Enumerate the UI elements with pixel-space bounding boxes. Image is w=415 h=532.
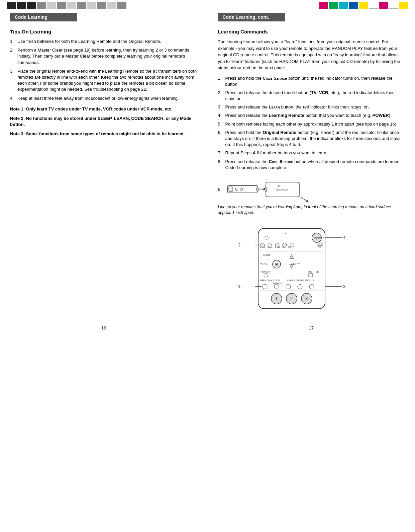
list-num: 1.	[218, 75, 225, 87]
list-item: 3. Press and release the Learn button, t…	[218, 104, 405, 110]
svg-point-47	[263, 284, 267, 289]
svg-marker-31	[290, 254, 294, 258]
commands-list: 1. Press and hold the Code Search button…	[218, 75, 405, 171]
right-section-header: Code Learning, cont.	[218, 13, 285, 21]
color-swatch	[379, 2, 388, 9]
note-3: Note 3: Some functions from some types o…	[10, 131, 198, 137]
svg-point-26	[283, 243, 287, 247]
svg-text:LEARNING: LEARNING	[276, 188, 288, 191]
svg-text:REPEAT: REPEAT	[261, 271, 270, 273]
color-swatch	[359, 2, 368, 9]
svg-text:4.: 4.	[343, 235, 347, 240]
svg-text:TV: TV	[283, 232, 287, 235]
list-num: 2.	[10, 47, 17, 66]
svg-text:SEARCH: SEARCH	[273, 282, 282, 285]
list-text: Press and hold the Code Search button un…	[225, 75, 405, 87]
left-page: Code Learning Tips On Learning 1. Use fr…	[0, 9, 208, 322]
list-num: 7.	[218, 150, 225, 156]
color-swatch	[37, 2, 46, 9]
list-text: Press and release the Learning Remote bu…	[225, 112, 405, 119]
list-item: 8. Press and release the Code Search but…	[218, 159, 405, 171]
svg-point-2	[235, 188, 238, 191]
right-page: Code Learning, cont. Learning Commands T…	[208, 9, 415, 322]
color-swatch	[319, 2, 328, 9]
svg-text:CHAN +: CHAN +	[263, 254, 272, 256]
svg-text:POWER: POWER	[314, 237, 324, 240]
svg-point-3	[240, 188, 243, 191]
svg-point-4	[256, 187, 258, 191]
color-swatch	[329, 2, 338, 9]
svg-point-23	[261, 243, 265, 247]
right-section-title: Learning Commands	[218, 29, 405, 34]
color-swatch	[117, 2, 126, 9]
list-item: 4. Press and release the Learning Remote…	[218, 112, 405, 119]
svg-point-51	[309, 284, 314, 289]
svg-text:SLEEP: SLEEP	[297, 279, 304, 282]
color-swatch	[17, 2, 26, 9]
svg-text:3.: 3.	[343, 284, 347, 289]
list-item: 2. Perform a Master Clear (see page 19) …	[10, 47, 198, 66]
color-swatch	[27, 2, 36, 9]
top-remote-diagram: LEARNING	[224, 176, 311, 203]
svg-text:3: 3	[305, 296, 308, 301]
list-text: Press and release the desired mode butto…	[225, 90, 405, 102]
list-item: 4. Keep at least three feet away from in…	[10, 95, 198, 101]
svg-rect-40	[309, 274, 313, 277]
svg-text:1.: 1.	[238, 284, 242, 289]
color-swatch	[87, 2, 96, 9]
svg-point-27	[290, 243, 294, 247]
color-swatch	[339, 2, 348, 9]
color-swatch	[97, 2, 106, 9]
top-diagram-area: 6. LEARNING	[218, 176, 405, 220]
diagram-caption: Line up your remotes (that you’re learni…	[218, 204, 405, 216]
list-text: Repeat Steps 4-6 for other buttons you w…	[225, 150, 405, 156]
note-2: Note 2: No functions may be stored under…	[10, 116, 198, 128]
svg-rect-1	[229, 187, 233, 192]
page-number-right: 17	[208, 322, 415, 334]
svg-point-25	[275, 243, 279, 247]
svg-text:CODE: CODE	[273, 279, 280, 282]
list-text: Point both remotes facing each other by …	[225, 121, 405, 127]
list-num: 3.	[218, 104, 225, 110]
svg-point-8	[278, 185, 280, 187]
color-swatch	[399, 2, 408, 9]
list-text: Press and release the Code Search button…	[225, 159, 405, 171]
right-intro: The learning feature allows you to “lear…	[218, 39, 405, 71]
color-bars-left	[0, 1, 126, 9]
list-text: Use fresh batteries for both the Learnin…	[17, 39, 198, 45]
list-text: Perform a Master Clear (see page 19) bef…	[17, 47, 198, 66]
list-text: Press and release the Learn button, the …	[225, 104, 405, 110]
list-item: 3. Place the original remote end-to-end …	[10, 68, 198, 93]
color-swatch	[389, 2, 398, 9]
svg-point-38	[264, 273, 268, 277]
list-item: 2. Press and release the desired mode bu…	[218, 90, 405, 102]
list-item: 1. Use fresh batteries for both the Lear…	[10, 39, 198, 45]
color-swatch	[7, 2, 16, 9]
svg-text:TOGGLE: TOGGLE	[305, 279, 314, 282]
diagram-6-label: 6.	[218, 187, 222, 192]
list-num: 3.	[10, 68, 17, 93]
svg-text:2.: 2.	[238, 242, 242, 247]
remote-svg: TV POWER VCR CBL DVD CD SAT	[218, 225, 405, 312]
list-item: 5. Point both remotes facing each other …	[218, 121, 405, 127]
main-remote-diagram: TV POWER VCR CBL DVD CD SAT	[218, 225, 405, 312]
svg-text:◄ VOL -: ◄ VOL -	[260, 262, 269, 265]
svg-text:LEARN: LEARN	[287, 279, 295, 282]
svg-text:PREV.CH▼: PREV.CH▼	[260, 279, 272, 282]
left-section-header: Code Learning	[10, 13, 77, 21]
color-swatch	[77, 2, 86, 9]
svg-point-17	[265, 236, 268, 239]
svg-text:1: 1	[275, 296, 278, 301]
color-swatch	[107, 2, 116, 9]
note-1: Note 1: Only learn TV codes under TV mod…	[10, 106, 198, 112]
color-swatch	[57, 2, 66, 9]
page-number-left: 16	[0, 322, 208, 334]
svg-point-9	[265, 187, 267, 192]
svg-text:M: M	[275, 262, 278, 266]
svg-point-24	[268, 243, 272, 247]
list-text: Keep at least three feet away from incan…	[17, 95, 198, 101]
list-num: 2.	[218, 90, 225, 102]
color-bar-row	[0, 0, 415, 9]
svg-point-50	[298, 284, 302, 289]
list-item: 7. Repeat Steps 4-6 for other buttons yo…	[218, 150, 405, 156]
